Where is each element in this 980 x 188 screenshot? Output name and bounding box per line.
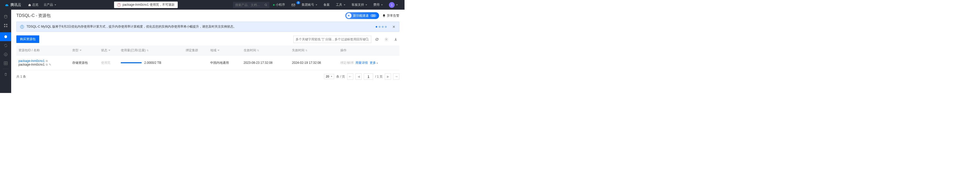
alarm-link[interactable]: 异常告警 bbox=[382, 14, 399, 18]
refresh-icon bbox=[375, 37, 379, 41]
package-name: package-lnm0cnv1 bbox=[18, 63, 45, 66]
nav-products[interactable]: 云产品 bbox=[41, 0, 59, 10]
package-id-link[interactable]: package-lnm0cnv1 bbox=[18, 59, 45, 63]
edit-icon[interactable]: ✎ bbox=[49, 63, 51, 66]
top-alert[interactable]: package-lnm0cnv1 使用完，不可退款 bbox=[114, 2, 177, 8]
nav-overview[interactable]: 总览 bbox=[25, 0, 41, 10]
avatar-icon: 1 bbox=[389, 2, 395, 8]
cell-status: 使用完 bbox=[99, 55, 119, 70]
toolbar: 购买资源包 bbox=[16, 35, 399, 43]
grid-icon bbox=[4, 24, 8, 27]
sync-icon bbox=[4, 43, 8, 48]
col-action: 操作 bbox=[338, 45, 399, 55]
col-effective[interactable]: 生效时间⇅ bbox=[242, 45, 290, 55]
top-bar: 腾讯云 总览 云产品 package-lnm0cnv1 使用完，不可退款 小程序… bbox=[0, 0, 404, 10]
total-count: 共 1 条 bbox=[16, 74, 26, 79]
col-status[interactable]: 状态 bbox=[99, 45, 119, 55]
sidebar-item-table[interactable] bbox=[0, 59, 11, 68]
col-id: 资源包ID / 名称 bbox=[16, 45, 70, 55]
col-region[interactable]: 地域 bbox=[208, 45, 242, 55]
copy-icon[interactable]: ⧉ bbox=[46, 59, 48, 63]
action-detail[interactable]: 用量详情 bbox=[355, 61, 368, 64]
download-button[interactable] bbox=[392, 36, 399, 43]
nav-fees[interactable]: 费用 bbox=[371, 3, 385, 7]
first-page-button[interactable]: ⇤ bbox=[347, 74, 353, 80]
sort-icon: ⇅ bbox=[305, 49, 307, 52]
chevron-down-icon bbox=[54, 5, 56, 5]
nav-tools[interactable]: 工具 bbox=[333, 3, 348, 7]
search-icon bbox=[264, 3, 267, 6]
nav-messages[interactable]: 8 bbox=[289, 3, 298, 7]
bell-icon bbox=[382, 14, 386, 18]
warning-icon bbox=[117, 3, 121, 7]
sort-icon: ⇅ bbox=[146, 49, 149, 52]
buy-package-button[interactable]: 购买资源包 bbox=[16, 35, 39, 43]
page-total: / 1 页 bbox=[375, 74, 383, 79]
sidebar-item-package[interactable] bbox=[0, 32, 11, 41]
sidebar-item-database[interactable] bbox=[0, 12, 11, 21]
svg-point-15 bbox=[386, 39, 387, 40]
message-badge: 8 bbox=[296, 1, 300, 4]
col-cluster: 绑定集群 bbox=[184, 45, 208, 55]
gear-icon bbox=[385, 37, 388, 41]
sidebar-divider bbox=[3, 31, 9, 31]
filter-input[interactable] bbox=[296, 37, 365, 41]
page-input[interactable] bbox=[364, 74, 373, 80]
action-more[interactable]: 更多 bbox=[370, 61, 378, 64]
chevron-down-icon bbox=[366, 5, 367, 5]
svg-point-3 bbox=[5, 15, 7, 16]
page-title: TDSQL-C - 资源包 bbox=[16, 13, 51, 18]
download-icon bbox=[394, 37, 398, 41]
sidebar-item-grid[interactable] bbox=[0, 21, 11, 30]
cell-effective: 2023-08-23 17:32:08 bbox=[242, 55, 290, 70]
package-icon bbox=[4, 35, 8, 39]
next-page-button[interactable]: ▶ bbox=[385, 74, 391, 80]
info-banner: i TDSQL-C MySQL 版将于8月2日优化内存使用率计算方式，提升内存使… bbox=[16, 22, 399, 32]
prev-page-button[interactable]: ◀ bbox=[355, 74, 362, 80]
cell-region: 中国内地通用 bbox=[208, 55, 242, 70]
copy-icon[interactable]: ⧉ bbox=[46, 63, 48, 66]
new-feature-pill[interactable]: 新功能速递 16 bbox=[345, 12, 379, 19]
trash-icon bbox=[4, 73, 8, 76]
new-feature-count: 16 bbox=[370, 14, 377, 17]
cell-expire: 2024-02-19 17:32:08 bbox=[290, 55, 338, 70]
info-icon: i bbox=[20, 25, 24, 29]
sidebar-item-sync[interactable] bbox=[0, 41, 11, 50]
dot-icon bbox=[376, 26, 377, 27]
svg-point-0 bbox=[265, 4, 267, 5]
usage-text: 2.0000/2 TB bbox=[144, 61, 161, 64]
nav-avatar[interactable]: 1 bbox=[387, 2, 400, 8]
sidebar-item-billing[interactable]: S bbox=[0, 50, 11, 59]
settings-button[interactable] bbox=[383, 36, 390, 43]
filter-input-box[interactable] bbox=[293, 36, 371, 43]
brand-logo[interactable]: 腾讯云 bbox=[4, 3, 21, 7]
search-input[interactable] bbox=[235, 3, 264, 7]
search-icon[interactable] bbox=[365, 37, 369, 41]
sidebar-item-recycle[interactable] bbox=[0, 70, 11, 79]
chevron-down-icon bbox=[377, 63, 378, 64]
global-search[interactable] bbox=[233, 2, 269, 8]
dot-icon bbox=[385, 26, 387, 27]
page-size-select[interactable]: 20 bbox=[324, 74, 334, 79]
chevron-down-icon bbox=[381, 5, 383, 5]
nav-miniprogram[interactable]: 小程序 bbox=[270, 3, 288, 7]
chevron-down-icon bbox=[316, 5, 317, 5]
col-usage[interactable]: 使用量(已用/总量)⇅ bbox=[119, 45, 184, 55]
chevron-down-icon bbox=[344, 5, 345, 5]
last-page-button[interactable]: ⇥ bbox=[393, 74, 399, 80]
nav-group-account[interactable]: 集团账号 bbox=[299, 3, 320, 7]
col-expire[interactable]: 失效时间⇅ bbox=[290, 45, 338, 55]
filter-icon bbox=[80, 50, 81, 51]
dot-icon bbox=[382, 26, 383, 27]
svg-point-13 bbox=[366, 38, 368, 40]
usage-progress: 2.0000/2 TB bbox=[121, 61, 181, 64]
close-icon[interactable]: ✕ bbox=[392, 25, 395, 29]
nav-support[interactable]: 客服支持 bbox=[349, 3, 370, 7]
col-type[interactable]: 类型 bbox=[70, 45, 99, 55]
cloud-logo-icon bbox=[4, 3, 9, 7]
banner-pagination[interactable] bbox=[376, 26, 387, 27]
nav-beian[interactable]: 备案 bbox=[321, 3, 332, 7]
sidebar-divider bbox=[3, 69, 9, 69]
pagination: 20 条 / 页 ⇤ ◀ / 1 页 ▶ ⇥ bbox=[324, 74, 399, 80]
refresh-button[interactable] bbox=[373, 36, 380, 43]
